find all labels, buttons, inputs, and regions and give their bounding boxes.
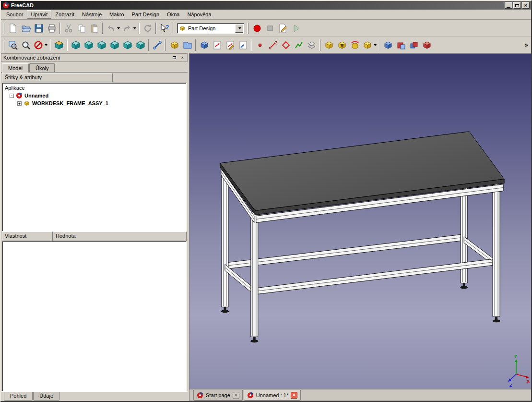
menu-zobrazit[interactable]: Zobrazit	[51, 10, 78, 19]
whats-this-button[interactable]	[158, 22, 171, 35]
draw-style-button[interactable]	[32, 38, 48, 51]
expand-icon[interactable]: +	[17, 101, 22, 106]
paste-button[interactable]	[88, 22, 101, 35]
create-group-button[interactable]	[181, 38, 194, 51]
open-file-button[interactable]	[19, 22, 32, 35]
edit-sketch-button[interactable]	[224, 38, 236, 51]
bottom-view-button[interactable]	[121, 38, 134, 51]
pocket-icon	[337, 40, 347, 50]
toolbar-separator	[139, 23, 140, 34]
boolean-union-button[interactable]	[407, 38, 420, 51]
tab-close-icon[interactable]: ×	[233, 392, 239, 399]
tab-close-icon[interactable]: ×	[291, 392, 297, 399]
toolbar-overflow-button[interactable]: »	[525, 41, 528, 49]
create-part-button[interactable]	[168, 38, 181, 51]
close-button[interactable]: ×	[522, 2, 530, 9]
3d-scene[interactable]: Y X Z	[189, 54, 531, 391]
create-sketch-button[interactable]	[211, 38, 224, 51]
chevron-down-icon	[133, 27, 136, 29]
toolbar-handle[interactable]	[172, 23, 173, 34]
create-line-button[interactable]	[266, 38, 279, 51]
pad-button[interactable]	[322, 38, 335, 51]
tree-item-part[interactable]: + WORKDESK_FRAME_ASSY_1	[4, 99, 186, 107]
dock-close-button[interactable]: ×	[179, 54, 186, 61]
toolbar-handle[interactable]	[247, 23, 248, 34]
tab-start-page[interactable]: Start page ×	[193, 390, 243, 401]
create-face-button[interactable]	[305, 38, 318, 51]
menu-napoveda[interactable]: Nápověda	[183, 10, 215, 19]
model-tree[interactable]: Aplikace - Unnamed + WORKDESK_FRAME_ASSY…	[2, 83, 187, 231]
maximize-button[interactable]	[513, 2, 521, 9]
tab-view-properties[interactable]: Pohled	[4, 392, 33, 401]
property-editor[interactable]	[2, 241, 187, 391]
menu-makro[interactable]: Makro	[106, 10, 128, 19]
tab-model[interactable]: Model	[2, 63, 29, 73]
new-file-button[interactable]	[6, 22, 19, 35]
cut-button[interactable]	[62, 22, 75, 35]
create-point-button[interactable]	[253, 38, 266, 51]
rear-view-button[interactable]	[108, 38, 121, 51]
menu-soubor[interactable]: Soubor	[2, 10, 27, 19]
macro-record-button[interactable]	[250, 22, 263, 35]
tab-unnamed-document[interactable]: Unnamed : 1* ×	[244, 390, 301, 401]
boolean-icon	[383, 40, 393, 50]
zoom-selection-button[interactable]	[19, 38, 32, 51]
chevron-down-icon	[117, 27, 120, 29]
copy-button[interactable]	[75, 22, 88, 35]
tree-item-document[interactable]: - Unnamed	[4, 92, 186, 99]
print-button[interactable]	[45, 22, 58, 35]
create-body-button[interactable]	[198, 38, 211, 51]
3d-viewport[interactable]: Y X Z	[189, 54, 531, 389]
fit-all-button[interactable]	[6, 38, 19, 51]
draw-style-icon	[33, 40, 44, 50]
app-logo-icon	[2, 2, 9, 9]
dock-float-button[interactable]	[171, 54, 178, 61]
minimize-button[interactable]	[505, 2, 512, 9]
tab-tasks[interactable]: Úkoly	[29, 63, 55, 72]
create-polygon-button[interactable]	[279, 38, 292, 51]
boolean-cut-button[interactable]	[394, 38, 407, 51]
document-label[interactable]: Unnamed	[24, 93, 48, 98]
save-button[interactable]	[32, 22, 45, 35]
boolean-button[interactable]	[381, 38, 394, 51]
part-label[interactable]: WORKDESK_FRAME_ASSY_1	[32, 100, 108, 106]
toolbar-handle[interactable]	[165, 39, 166, 51]
workdesk-model[interactable]	[220, 132, 504, 342]
measure-button[interactable]	[151, 38, 164, 51]
boolean-common-button[interactable]	[420, 38, 433, 51]
menu-upravit[interactable]: Upravit	[27, 10, 51, 19]
macro-play-button[interactable]	[289, 22, 302, 35]
isometric-view-button[interactable]	[52, 38, 65, 51]
toolbar-handle[interactable]	[319, 39, 320, 51]
toolbar-handle[interactable]	[3, 23, 4, 34]
pad-icon	[324, 40, 334, 50]
create-part-icon	[169, 40, 180, 50]
menu-part-design[interactable]: Part Design	[128, 10, 163, 19]
map-sketch-icon	[238, 40, 248, 50]
redo-button[interactable]	[121, 22, 137, 35]
right-view-button[interactable]	[95, 38, 108, 51]
revolution-button[interactable]	[348, 38, 361, 51]
left-view-button[interactable]	[134, 38, 147, 51]
top-view-button[interactable]	[82, 38, 95, 51]
property-tab-bar: Pohled Údaje	[1, 391, 188, 401]
toolbar-handle[interactable]	[3, 39, 4, 51]
front-view-button[interactable]	[69, 38, 82, 51]
workbench-dropdown-button[interactable]	[235, 24, 243, 33]
document-icon	[16, 92, 23, 99]
macro-stop-button[interactable]	[263, 22, 276, 35]
collapse-icon[interactable]: -	[10, 94, 14, 98]
transform-button[interactable]	[361, 38, 378, 51]
map-sketch-button[interactable]	[236, 38, 249, 51]
pocket-button[interactable]	[335, 38, 348, 51]
menu-nastroje[interactable]: Nástroje	[78, 10, 106, 19]
chevron-down-icon	[238, 27, 241, 29]
macro-edit-button[interactable]	[276, 22, 289, 35]
create-polyline-button[interactable]	[292, 38, 305, 51]
undo-button[interactable]	[105, 22, 121, 35]
workbench-selector[interactable]: Part Design	[177, 23, 244, 34]
line-icon	[268, 40, 278, 50]
tab-data-properties[interactable]: Údaje	[33, 392, 59, 401]
menu-okna[interactable]: Okna	[163, 10, 183, 19]
refresh-button[interactable]	[141, 22, 154, 35]
